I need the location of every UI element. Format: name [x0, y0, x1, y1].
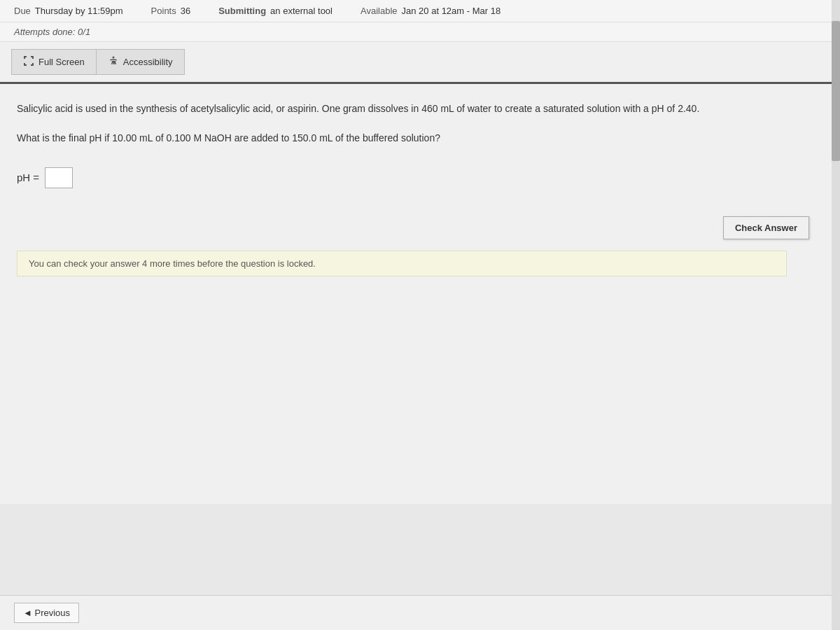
- attempts-bar: Attempts done: 0/1: [0, 22, 840, 42]
- points-label: Points: [151, 6, 176, 16]
- submitting-value: an external tool: [270, 6, 332, 16]
- bottom-nav: ◄ Previous: [0, 595, 840, 630]
- scrollbar-track[interactable]: [832, 0, 840, 630]
- info-box: You can check your answer 4 more times b…: [17, 251, 787, 276]
- points-value: 36: [181, 6, 190, 16]
- previous-button[interactable]: ◄ Previous: [14, 603, 79, 623]
- accessibility-label: Accessibility: [123, 57, 173, 67]
- toolbar: Full Screen Accessibility: [0, 42, 840, 84]
- info-text: You can check your answer 4 more times b…: [29, 258, 316, 269]
- available-label: Available: [360, 6, 398, 16]
- due-item: Due Thursday by 11:59pm: [14, 6, 123, 16]
- fullscreen-button[interactable]: Full Screen: [11, 49, 96, 75]
- accessibility-button[interactable]: Accessibility: [96, 49, 185, 75]
- question-container: Salicylic acid is used in the synthesis …: [0, 84, 840, 504]
- question-body: Salicylic acid is used in the synthesis …: [17, 101, 787, 116]
- due-value: Thursday by 11:59pm: [35, 6, 123, 16]
- answer-row: pH =: [17, 167, 823, 188]
- svg-point-0: [112, 57, 114, 59]
- available-item: Available Jan 20 at 12am - Mar 18: [360, 6, 500, 16]
- attempts-text: Attempts done: 0/1: [14, 27, 90, 37]
- submitting-label: Submitting: [218, 6, 266, 16]
- fullscreen-icon: [23, 55, 34, 69]
- available-value: Jan 20 at 12am - Mar 18: [402, 6, 501, 16]
- submitting-item: Submitting an external tool: [218, 6, 332, 16]
- previous-label: ◄ Previous: [23, 608, 70, 618]
- check-answer-button[interactable]: Check Answer: [723, 216, 809, 239]
- question-prompt: What is the final pH if 10.00 mL of 0.10…: [17, 130, 717, 146]
- accessibility-icon: [108, 55, 119, 69]
- scrollbar-thumb[interactable]: [832, 21, 840, 161]
- ph-input[interactable]: [45, 167, 73, 188]
- ph-label: pH =: [17, 172, 39, 183]
- check-answer-row: Check Answer: [17, 216, 809, 239]
- due-label: Due: [14, 6, 31, 16]
- fullscreen-label: Full Screen: [38, 57, 85, 67]
- check-answer-label: Check Answer: [735, 223, 797, 233]
- points-item: Points 36: [151, 6, 191, 16]
- top-bar: Due Thursday by 11:59pm Points 36 Submit…: [0, 0, 840, 22]
